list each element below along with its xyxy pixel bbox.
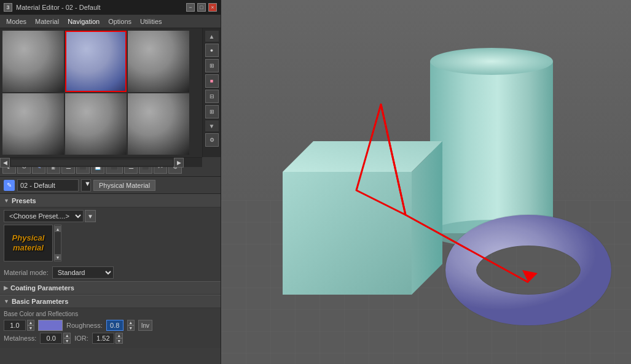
window-title: Material Editor - 02 - Default: [16, 4, 101, 11]
ior-label: IOR:: [74, 335, 88, 342]
basic-section: ▼ Basic Parameters Base Color and Reflec…: [0, 295, 221, 348]
color-icon-btn[interactable]: ■: [205, 74, 219, 88]
viewport[interactable]: [221, 0, 631, 364]
render-sphere-btn[interactable]: ●: [205, 44, 219, 57]
presets-content: <Choose Preset....> ▼ Physical material …: [0, 207, 221, 281]
preset-select[interactable]: <Choose Preset....>: [4, 210, 84, 222]
metalness-input[interactable]: [40, 333, 62, 344]
mat-grid-sidebar: ▲ ● ⊞ ■ ⊟ ⊞ ▼ ⚙: [202, 28, 221, 157]
metalness-up[interactable]: ▲: [63, 333, 71, 338]
roughness-input[interactable]: [106, 320, 123, 331]
ior-up[interactable]: ▲: [116, 333, 123, 338]
material-grid-area: ◀ ▶ ▲ ● ⊞ ■ ⊟ ⊞ ▼ ⚙: [0, 28, 221, 157]
presets-arrow-icon: ▼: [4, 198, 9, 204]
value1-up[interactable]: ▲: [27, 320, 34, 325]
scroll-up-button[interactable]: ▲: [205, 31, 219, 42]
mat-name-input[interactable]: [17, 179, 79, 192]
metalness-down[interactable]: ▼: [63, 338, 71, 344]
basic-sub-header: Base Color and Reflections: [4, 311, 217, 317]
material-cell-4[interactable]: [65, 93, 127, 155]
coating-header[interactable]: ▶ Coating Parameters: [0, 281, 221, 295]
basic-header[interactable]: ▼ Basic Parameters: [0, 295, 221, 308]
basic-label: Basic Parameters: [12, 298, 68, 305]
h-scroll-track[interactable]: [11, 160, 173, 166]
material-cell-2[interactable]: [128, 31, 189, 92]
menu-material[interactable]: Material: [31, 17, 63, 26]
basic-arrow-icon: ▼: [4, 298, 9, 304]
inv-button[interactable]: Inv: [138, 320, 152, 331]
material-cell-3[interactable]: [2, 93, 64, 155]
title-bar: 3 Material Editor - 02 - Default − □ ×: [0, 0, 221, 15]
value1-input[interactable]: [4, 320, 26, 331]
left-panel: 3 Material Editor - 02 - Default − □ × M…: [0, 0, 221, 364]
presets-section-header[interactable]: ▼ Presets: [0, 194, 221, 207]
box-object: [283, 141, 442, 295]
mode-select[interactable]: Standard: [52, 266, 114, 279]
h-scroll-area: ◀ ▶: [0, 157, 202, 167]
coating-arrow-icon: ▶: [4, 285, 8, 291]
menu-utilities[interactable]: Utilities: [136, 17, 165, 26]
preset-dropdown-btn[interactable]: ▼: [85, 210, 96, 222]
value1-down[interactable]: ▼: [27, 325, 34, 331]
metalness-label: Metalness:: [4, 335, 36, 342]
presets-label: Presets: [12, 197, 36, 204]
torus-object: [461, 230, 596, 310]
basic-param-row-2: Metalness: ▲ ▼ IOR: ▲ ▼: [4, 333, 217, 344]
preset-thumb-scrollbar[interactable]: ▲ ▼: [54, 225, 61, 261]
coating-section: ▶ Coating Parameters: [0, 281, 221, 295]
minimize-button[interactable]: −: [186, 3, 195, 12]
preset-thumbnail-text: Physical material: [12, 233, 45, 252]
menu-options[interactable]: Options: [104, 17, 135, 26]
option1-btn[interactable]: ⊟: [205, 90, 219, 103]
svg-rect-2: [430, 61, 553, 233]
menu-bar: Modes Material Navigation Options Utilit…: [0, 15, 221, 28]
extra-icon-btn[interactable]: ⚙: [205, 133, 219, 147]
close-button[interactable]: ×: [208, 3, 217, 12]
thumb-scroll-up[interactable]: ▲: [55, 226, 61, 232]
material-grid: [0, 28, 202, 157]
material-cell-1[interactable]: [65, 31, 127, 92]
menu-navigation[interactable]: Navigation: [64, 17, 103, 26]
thumb-scroll-down[interactable]: ▼: [55, 254, 61, 260]
svg-marker-5: [283, 172, 412, 295]
scroll-right-button[interactable]: ▶: [174, 158, 184, 168]
option2-btn[interactable]: ⊞: [205, 105, 219, 118]
mat-type-label: Physical Material: [93, 180, 155, 191]
material-cell-5[interactable]: [128, 93, 189, 155]
mat-pencil-icon: ✎: [4, 180, 15, 191]
color-swatch[interactable]: [38, 320, 63, 331]
mat-name-row: ✎ ▼ Physical Material: [0, 177, 221, 194]
basic-param-row-1: ▲ ▼ Roughness: ▲ ▼ Inv: [4, 320, 217, 331]
roughness-label: Roughness:: [66, 322, 103, 329]
svg-point-9: [461, 230, 596, 310]
scene-svg: [221, 0, 631, 364]
menu-modes[interactable]: Modes: [2, 17, 30, 26]
basic-content: Base Color and Reflections ▲ ▼ Roughness…: [0, 308, 221, 348]
roughness-up[interactable]: ▲: [127, 320, 135, 325]
grid-icon-btn[interactable]: ⊞: [205, 59, 219, 72]
material-cell-0[interactable]: [2, 31, 64, 92]
scroll-down-button[interactable]: ▼: [205, 120, 219, 131]
roughness-down[interactable]: ▼: [127, 325, 135, 331]
scroll-left-button[interactable]: ◀: [0, 158, 10, 168]
preset-thumbnail: Physical material: [4, 225, 53, 261]
ior-down[interactable]: ▼: [116, 338, 123, 344]
mat-name-dropdown[interactable]: ▼: [81, 179, 91, 192]
svg-point-3: [430, 48, 553, 75]
mode-label: Material mode:: [4, 269, 49, 276]
coating-label: Coating Parameters: [10, 284, 74, 292]
ior-input[interactable]: [92, 333, 114, 344]
maximize-button[interactable]: □: [197, 3, 206, 12]
app-icon: 3: [4, 3, 12, 12]
